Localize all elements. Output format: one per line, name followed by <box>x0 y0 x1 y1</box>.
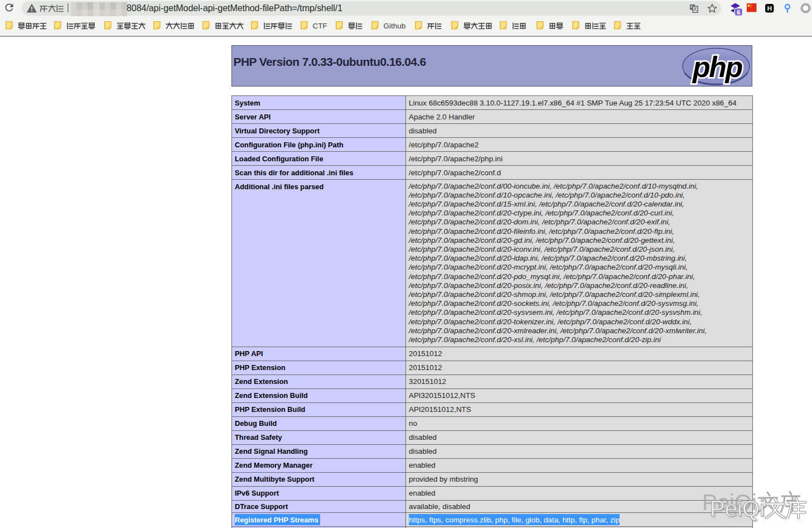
svg-text:H: H <box>767 5 771 12</box>
svg-text:php: php <box>692 51 743 83</box>
svg-text:6: 6 <box>737 9 740 16</box>
